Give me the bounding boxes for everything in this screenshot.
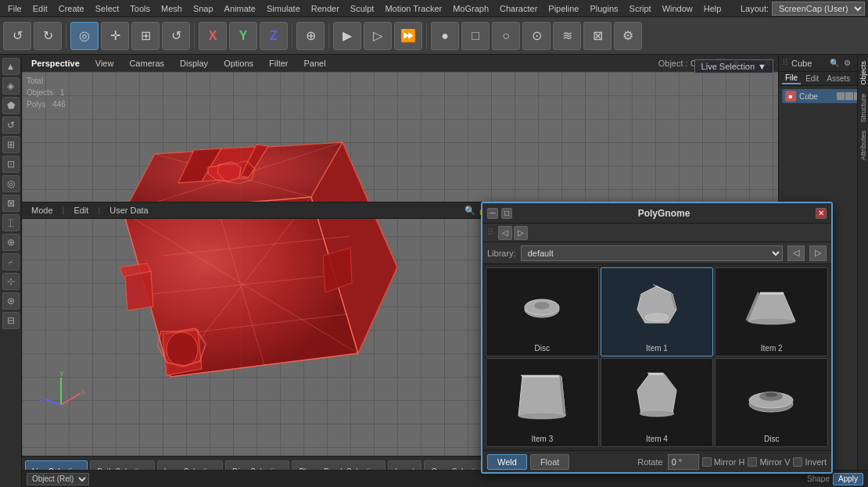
sidebar-icon-1[interactable]: ▲ xyxy=(2,58,20,75)
sidebar-icon-12[interactable]: ⊹ xyxy=(2,273,20,290)
menu-pipeline[interactable]: Pipeline xyxy=(543,2,583,15)
menu-select[interactable]: Select xyxy=(91,2,124,15)
tab-edit[interactable]: Edit xyxy=(802,73,822,84)
attr-tab-attributes[interactable]: Attributes xyxy=(859,127,868,163)
menu-motiontracker[interactable]: Motion Tracker xyxy=(380,2,447,15)
pg-float-btn[interactable]: Float xyxy=(530,454,569,470)
menu-snap[interactable]: Snap xyxy=(188,2,218,15)
live-selection-badge[interactable]: Live Selection ▼ xyxy=(694,59,773,73)
deform-tool[interactable]: ≋ xyxy=(553,22,581,50)
objects-settings-icon[interactable]: ⚙ xyxy=(841,58,852,69)
apply-button[interactable]: Apply xyxy=(833,473,863,485)
menu-mograph[interactable]: MoGraph xyxy=(448,2,493,15)
pg-forward-btn[interactable]: ▷ xyxy=(514,226,528,240)
sidebar-icon-13[interactable]: ⊛ xyxy=(2,292,20,310)
pg-item-item1[interactable]: Item 1 xyxy=(601,267,714,356)
viewport-tab-panel[interactable]: Panel xyxy=(299,57,331,70)
menu-window[interactable]: Window xyxy=(658,2,698,15)
sidebar-icon-3[interactable]: ⬟ xyxy=(2,97,20,114)
menu-render[interactable]: Render xyxy=(307,2,344,15)
pg-back-btn[interactable]: ◁ xyxy=(498,226,512,240)
userdata-btn[interactable]: User Data xyxy=(105,204,153,217)
world-axis-tool[interactable]: ⊕ xyxy=(296,22,325,50)
menu-mesh[interactable]: Mesh xyxy=(156,2,187,15)
redo-button[interactable]: ↻ xyxy=(34,22,62,50)
pg-invert-chk-box[interactable] xyxy=(793,457,802,467)
sidebar-icon-5[interactable]: ⊞ xyxy=(2,136,20,153)
pg-close-btn[interactable]: ✕ xyxy=(816,208,827,219)
pg-maximize-btn[interactable]: □ xyxy=(501,208,512,219)
obj-render-btn[interactable] xyxy=(845,92,853,100)
attr-tab-objects[interactable]: Objects xyxy=(859,58,868,88)
pg-item-item3[interactable]: Item 3 xyxy=(486,358,599,447)
obj-visibility-btn[interactable] xyxy=(837,92,845,100)
viewport-tab-perspective[interactable]: Perspective xyxy=(27,57,84,70)
edit-btn[interactable]: Edit xyxy=(69,204,93,217)
settings-btn[interactable]: ⚙ xyxy=(614,22,642,50)
axis-z-tool[interactable]: Z xyxy=(260,22,288,50)
pg-item-item4[interactable]: Item 4 xyxy=(601,358,714,447)
sidebar-icon-4[interactable]: ↺ xyxy=(2,116,20,134)
undo-button[interactable]: ↺ xyxy=(3,22,31,50)
menu-sculpt[interactable]: Sculpt xyxy=(346,2,379,15)
rotate-tool[interactable]: ↺ xyxy=(162,22,190,50)
objects-search-icon[interactable]: 🔍 xyxy=(829,58,840,69)
sidebar-icon-9[interactable]: ⌶ xyxy=(2,214,20,231)
box-tool[interactable]: □ xyxy=(461,22,490,50)
viewport-tab-filter[interactable]: Filter xyxy=(264,57,292,70)
render-view-button[interactable]: ▷ xyxy=(364,22,392,50)
pg-item-disc-2[interactable]: Disc xyxy=(715,358,828,447)
move-tool[interactable]: ✛ xyxy=(101,22,129,50)
pg-item-disc-1[interactable]: Disc xyxy=(486,267,599,356)
menu-plugins[interactable]: Plugins xyxy=(585,2,622,15)
menu-tools[interactable]: Tools xyxy=(125,2,155,15)
mode-search-icon[interactable]: 🔍 xyxy=(464,206,475,216)
object-rel-select[interactable]: Object (Rel) xyxy=(27,473,89,485)
sidebar-icon-8[interactable]: ⊠ xyxy=(2,195,20,212)
pg-item-item2[interactable]: Item 2 xyxy=(715,267,828,356)
pg-weld-btn[interactable]: Weld xyxy=(487,454,527,470)
attr-tab-structure[interactable]: Structure xyxy=(859,91,868,126)
menu-edit[interactable]: Edit xyxy=(28,2,52,15)
live-selection-tool[interactable]: ◎ xyxy=(70,22,99,50)
pg-invert-checkbox[interactable]: Invert xyxy=(793,457,827,467)
menu-character[interactable]: Character xyxy=(495,2,542,15)
pg-nav-left-btn[interactable]: ◁ xyxy=(787,245,805,261)
pg-rotate-input[interactable] xyxy=(668,454,699,470)
sidebar-icon-2[interactable]: ◈ xyxy=(2,77,20,95)
camera-tool[interactable]: ⊙ xyxy=(522,22,551,50)
pg-library-select[interactable]: default xyxy=(521,245,783,261)
pg-nav-right-btn[interactable]: ▷ xyxy=(809,245,827,261)
tab-file[interactable]: File xyxy=(782,73,801,84)
display-tool[interactable]: ⊠ xyxy=(583,22,612,50)
layout-dropdown[interactable]: ScreenCap (User) xyxy=(772,2,865,16)
pg-minimize-btn[interactable]: ─ xyxy=(487,208,498,219)
axis-x-tool[interactable]: X xyxy=(199,22,227,50)
menu-simulate[interactable]: Simulate xyxy=(262,2,305,15)
menu-create[interactable]: Create xyxy=(54,2,89,15)
menu-animate[interactable]: Animate xyxy=(220,2,260,15)
viewport-tab-view[interactable]: View xyxy=(91,57,119,70)
object-item-cube[interactable]: ■ Cube xyxy=(782,89,865,103)
axis-y-tool[interactable]: Y xyxy=(229,22,257,50)
pg-mirror-h-checkbox[interactable]: Mirror H xyxy=(702,457,745,467)
menu-help[interactable]: Help xyxy=(699,2,726,15)
pg-mirror-v-chk-box[interactable] xyxy=(748,457,757,467)
viewport-tab-cameras[interactable]: Cameras xyxy=(124,57,169,70)
pg-mirror-h-chk-box[interactable] xyxy=(702,457,712,467)
sidebar-icon-10[interactable]: ⊕ xyxy=(2,234,20,251)
sidebar-icon-7[interactable]: ◎ xyxy=(2,175,20,192)
mode-btn[interactable]: Mode xyxy=(27,204,58,217)
menu-script[interactable]: Script xyxy=(625,2,656,15)
pg-mirror-v-checkbox[interactable]: Mirror V xyxy=(748,457,790,467)
scale-tool[interactable]: ⊞ xyxy=(131,22,160,50)
viewport-tab-options[interactable]: Options xyxy=(219,57,258,70)
menu-file[interactable]: File xyxy=(3,2,27,15)
sidebar-icon-6[interactable]: ⊡ xyxy=(2,156,20,173)
sidebar-icon-11[interactable]: ⌿ xyxy=(2,253,20,270)
tab-assets[interactable]: Assets xyxy=(823,73,853,84)
render-all-button[interactable]: ⏩ xyxy=(394,22,422,50)
sidebar-icon-14[interactable]: ⊟ xyxy=(2,312,20,329)
sphere-tool[interactable]: ○ xyxy=(492,22,520,50)
render-region-button[interactable]: ▶ xyxy=(333,22,361,50)
